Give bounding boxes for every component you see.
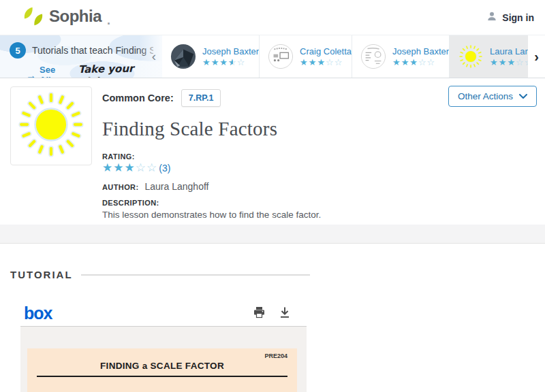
document-preview[interactable]: PRE204 FINDING a SCALE FACTOR	[20, 327, 307, 392]
sketch-notes-avatar	[360, 44, 386, 69]
tutor-name: Joseph Baxter	[392, 46, 449, 56]
download-icon[interactable]	[279, 306, 290, 321]
user-icon	[486, 11, 497, 24]
rating-label: RATING:	[102, 152, 456, 161]
description-label: DESCRIPTION:	[102, 199, 456, 207]
chevron-down-icon	[519, 91, 527, 101]
tutor-rating: ★★★☆★☆	[202, 58, 259, 67]
tutor-name: Joseph Baxter	[202, 46, 259, 56]
other-actions-label: Other Actions	[458, 91, 513, 101]
sun-image	[16, 89, 87, 163]
carousel-prev-button[interactable]: ‹	[146, 35, 162, 78]
tutorial-hero: Common Core: 7.RP.1 Finding Scale Factor…	[0, 78, 545, 225]
document-title: FINDING a SCALE FACTOR	[37, 361, 287, 371]
carousel-title: Tutorials that teach Finding Sca	[32, 45, 153, 56]
common-core-standard-badge[interactable]: 7.RP.1	[181, 89, 221, 107]
tutorial-card[interactable]: Craig Coletta ★★★☆☆	[259, 35, 352, 78]
rating-stars: ★★★☆☆	[102, 162, 157, 174]
geometric-dark-avatar	[170, 44, 196, 69]
print-icon[interactable]	[253, 306, 266, 321]
carousel-cards: Joseph Baxter ★★★☆★☆ Craig Co	[162, 35, 528, 78]
author-name: Laura Langhoff	[145, 181, 209, 192]
sign-in-button[interactable]: Sign in	[486, 11, 534, 24]
arrow-right-icon: →	[26, 69, 36, 78]
tutorial-count-badge: 5	[10, 42, 26, 59]
heading-rule	[81, 274, 310, 276]
see-all-label: See All	[40, 65, 67, 78]
box-viewer: box	[20, 301, 307, 392]
description-text: This lesson demonstrates how to find the…	[102, 210, 456, 220]
document-rule	[37, 376, 287, 377]
sophia-logo-icon	[23, 6, 44, 29]
sophia-logo[interactable]: Sophia .	[23, 6, 110, 29]
box-viewer-toolbar: box	[20, 301, 307, 327]
page: Sophia . Sign in 5 Tutorials that teach …	[0, 0, 545, 392]
document-page: PRE204 FINDING a SCALE FACTOR	[27, 348, 297, 392]
sun-avatar	[458, 44, 484, 69]
tutor-rating: ★★★☆☆	[392, 58, 449, 67]
tutorials-carousel: 5 Tutorials that teach Finding Sca → See…	[0, 35, 545, 78]
rating-count-link[interactable]: (3)	[159, 163, 170, 174]
tutorial-card[interactable]: Joseph Baxter ★★★☆★☆	[162, 35, 259, 78]
author-label: AUTHOR:	[102, 183, 139, 191]
top-header: Sophia . Sign in	[0, 0, 545, 35]
sketch-diagram-avatar	[268, 44, 294, 69]
tutorial-thumbnail	[10, 86, 92, 165]
tutorial-card[interactable]: Joseph Baxter ★★★☆☆	[352, 35, 449, 78]
carousel-info-panel: 5 Tutorials that teach Finding Sca → See…	[0, 35, 162, 78]
tutorial-section: TUTORIAL box	[0, 244, 545, 392]
tutor-name: Craig Coletta	[300, 46, 352, 56]
see-all-link[interactable]: → See All	[26, 65, 67, 78]
sign-in-label: Sign in	[502, 12, 534, 23]
common-core-label: Common Core:	[102, 93, 174, 103]
document-code: PRE204	[37, 353, 287, 359]
section-divider	[0, 225, 545, 244]
brand-name: Sophia	[49, 6, 102, 27]
tutor-rating: ★★★☆☆	[300, 58, 352, 67]
page-title: Finding Scale Factors	[102, 118, 456, 140]
carousel-next-button[interactable]: ›	[528, 35, 545, 78]
tutorial-heading: TUTORIAL	[10, 269, 73, 280]
box-logo[interactable]: box	[24, 304, 52, 323]
other-actions-button[interactable]: Other Actions	[448, 86, 537, 107]
brand-mark: .	[107, 12, 110, 29]
